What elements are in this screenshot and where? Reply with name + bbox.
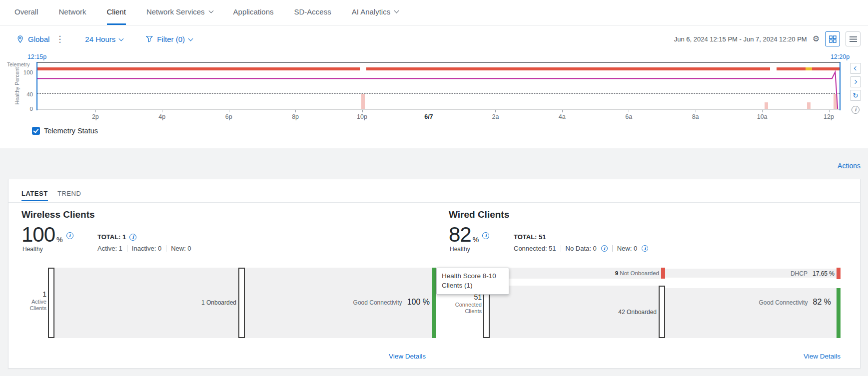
scope-selector[interactable]: Global: [16, 35, 49, 43]
tab-latest[interactable]: LATEST: [21, 190, 48, 201]
status-segment: [806, 67, 812, 70]
wired-clients-title: Wired Clients: [449, 209, 509, 220]
x-tick-mark: [95, 110, 96, 112]
list-view-button[interactable]: [846, 31, 861, 46]
wireless-healthy-caption: Healthy: [22, 246, 43, 253]
chevron-down-icon: [119, 36, 124, 41]
wired-dhcp-bar[interactable]: [837, 268, 841, 279]
wireless-clients-title: Wireless Clients: [21, 209, 95, 220]
wired-connectivity-label: Good Connectivity: [759, 299, 808, 306]
status-segment: [812, 67, 840, 70]
wireless-stat-inactive: Inactive: 0: [132, 245, 161, 252]
client-health-card: LATEST TREND Wireless Clients 100 % Heal…: [8, 179, 861, 369]
timeline-xaxis: 2p4p6p8p10p6/72a4a6a8a10a12p: [37, 113, 840, 121]
wireless-connectivity-label-row: Good Connectivity 100 %: [303, 298, 430, 307]
chevron-right-icon: [853, 80, 857, 84]
range-handle-end[interactable]: [840, 62, 841, 110]
y-axis-title-line1: Telemetry: [7, 61, 30, 67]
tooltip-line2: Clients (1): [442, 281, 504, 291]
wired-health-unit: %: [473, 236, 479, 244]
wired-source-line2: Clients: [437, 308, 482, 315]
nav-item-ai-analytics[interactable]: AI Analytics: [352, 0, 399, 25]
status-segment: [37, 67, 360, 70]
wireless-total-info-icon[interactable]: [129, 234, 136, 241]
wireless-connectivity-value: 100 %: [407, 298, 430, 307]
y-tick-label: 40: [0, 91, 33, 97]
divider: [166, 245, 166, 252]
wired-dhcp-value: 17.65 %: [813, 270, 835, 277]
wired-source-line1: Connected: [437, 302, 482, 308]
x-tick-mark: [696, 110, 696, 112]
kebab-menu-icon[interactable]: ⋮: [55, 35, 64, 43]
wired-health-info-icon[interactable]: [482, 232, 489, 239]
telemetry-status-checkbox[interactable]: [32, 127, 40, 135]
wired-not-onboarded-text: Not Onboarded: [620, 270, 659, 276]
wired-dhcp-label-row: DHCP 17.65 %: [738, 270, 835, 277]
telemetry-timeline-section: 12:15p 12:20p Telemetry Healthy Percent …: [0, 52, 868, 148]
wired-onboarded-bar[interactable]: [659, 286, 665, 338]
wireless-onboarded-bar[interactable]: [238, 268, 245, 338]
wireless-stat-new: New: 0: [171, 245, 191, 252]
wireless-health-unit: %: [56, 236, 62, 244]
tooltip-line1: Health Score 8-10: [442, 272, 504, 281]
location-pin-icon: [16, 35, 24, 43]
toolbar-right: Jun 6, 2024 12:15 PM - Jun 7, 2024 12:20…: [674, 31, 861, 46]
wired-stat-nodata: No Data: 0: [566, 245, 597, 252]
nav-item-applications[interactable]: Applications: [233, 0, 274, 25]
time-range-label: 24 Hours: [85, 35, 115, 43]
wireless-good-connectivity-bar[interactable]: [432, 268, 436, 338]
y-tick-label: 100: [0, 69, 33, 75]
wired-not-onboarded-label: 9 Not Onboarded: [558, 270, 659, 276]
wired-flow-to-connectivity: [665, 288, 837, 338]
time-range-selector[interactable]: 24 Hours: [85, 35, 123, 43]
wired-stat-new: New: 0: [617, 245, 637, 252]
refresh-button[interactable]: ↻: [850, 90, 861, 101]
wireless-view-details-link[interactable]: View Details: [357, 353, 457, 360]
tab-trend[interactable]: TREND: [57, 190, 81, 200]
filter-button[interactable]: Filter (0): [146, 35, 192, 43]
nav-item-network-services[interactable]: Network Services: [146, 0, 213, 25]
toolbar: Global ⋮ 24 Hours Filter (0) Jun 6, 2024…: [0, 25, 868, 52]
wired-connectivity-value: 82 %: [813, 298, 831, 307]
wireless-total-label: TOTAL: 1: [97, 233, 126, 241]
grid-view-button[interactable]: [825, 31, 840, 46]
divider: [8, 202, 860, 203]
client-health-section: Actions LATEST TREND Wireless Clients 10…: [0, 148, 868, 376]
actions-link[interactable]: Actions: [838, 162, 861, 170]
wireless-health-value: 100: [21, 224, 55, 245]
timeline-end-time: 12:20p: [831, 53, 850, 60]
nav-item-sd-access[interactable]: SD-Access: [294, 0, 331, 25]
wired-view-details-link[interactable]: View Details: [772, 353, 868, 360]
nav-item-network[interactable]: Network: [59, 0, 86, 25]
x-tick-mark: [829, 110, 830, 112]
timeline-info-icon[interactable]: [852, 106, 860, 114]
pan-left-button[interactable]: [850, 63, 861, 74]
chevron-left-icon: [854, 66, 858, 70]
health-line-chart: [37, 72, 840, 109]
nav-label: AI Analytics: [352, 7, 391, 16]
refresh-icon: ↻: [853, 92, 859, 99]
wired-good-connectivity-bar[interactable]: [837, 288, 841, 338]
chevron-down-icon: [188, 36, 193, 41]
wired-new-info-icon[interactable]: [642, 245, 648, 252]
nav-label: Applications: [233, 7, 274, 16]
nav-item-client[interactable]: Client: [107, 0, 126, 25]
x-tick-mark: [429, 110, 429, 112]
wired-not-onboarded-value: 9: [615, 270, 618, 276]
status-segment: [777, 67, 806, 70]
timeline-plot[interactable]: [37, 62, 840, 109]
wireless-stats: Active: 1 Inactive: 0 New: 0: [97, 245, 191, 252]
chevron-down-icon: [394, 8, 399, 13]
gear-icon[interactable]: ⚙: [813, 35, 820, 43]
wireless-active-bar[interactable]: [48, 268, 54, 338]
wired-not-onboarded-bar[interactable]: [661, 268, 665, 279]
wired-stat-connected: Connected: 51: [514, 245, 556, 252]
wired-dhcp-label: DHCP: [791, 270, 808, 277]
wired-nodata-info-icon[interactable]: [601, 245, 608, 252]
pan-right-button[interactable]: [850, 76, 861, 87]
health-score-tooltip: Health Score 8-10 Clients (1): [436, 268, 509, 295]
wired-healthy-caption: Healthy: [450, 246, 470, 253]
wireless-health-info-icon[interactable]: [66, 232, 73, 239]
range-handle-start[interactable]: [36, 62, 37, 110]
nav-item-overall[interactable]: Overall: [14, 0, 38, 25]
